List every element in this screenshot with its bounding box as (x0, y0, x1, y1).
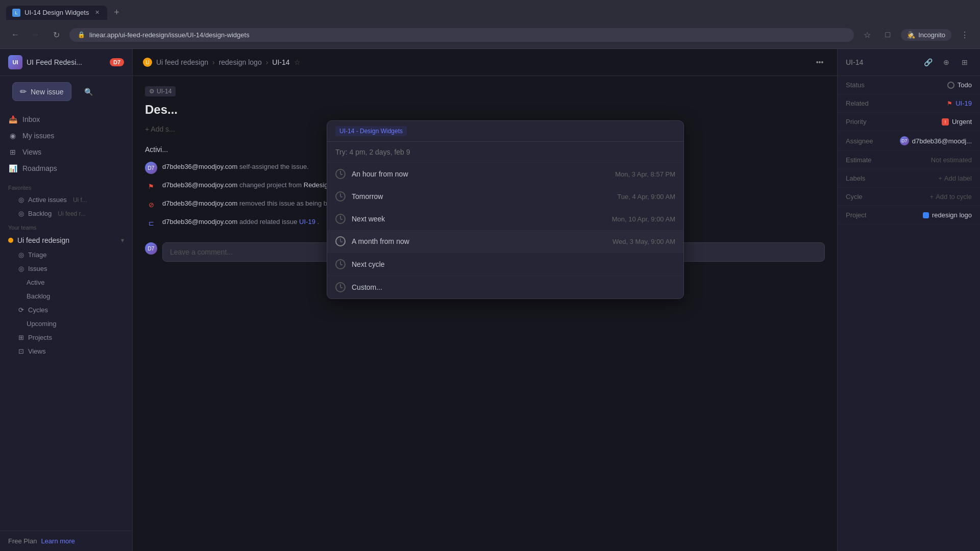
dropdown-search-input[interactable] (335, 148, 675, 156)
main-content: U Ui feed redesign › redesign logo › UI-… (133, 49, 837, 551)
favorite-backlog[interactable]: ◎ Backlog Ui feed r... (0, 207, 132, 220)
sidebar-item-my-issues[interactable]: ◉ My issues (0, 128, 132, 144)
clock-icon-4 (335, 259, 346, 269)
sidebar-item-projects[interactable]: ⊞ Projects (0, 331, 132, 344)
date-picker-dropdown: UI-14 - Design Widgets An hour from now … (327, 120, 684, 299)
bookmark-button[interactable]: ☆ (860, 28, 874, 42)
more-options-button[interactable]: ••• (813, 55, 827, 69)
sidebar-item-triage[interactable]: ◎ Triage (0, 248, 132, 262)
active-issues-icon: ◎ (18, 196, 24, 204)
backlog-icon: ◎ (18, 210, 24, 217)
tab-close-button[interactable]: ✕ (93, 9, 101, 17)
assignee-avatar: D7 (900, 136, 909, 145)
clock-icon-0 (335, 169, 346, 179)
team-name: Ui feed redesign (17, 236, 69, 244)
panel-status-row[interactable]: Status Todo (838, 76, 980, 94)
learn-more-link[interactable]: Learn more (41, 537, 75, 545)
incognito-icon: 🕵 (907, 31, 915, 39)
projects-icon: ⊞ (18, 334, 24, 341)
breadcrumb-star-icon[interactable]: ☆ (294, 58, 301, 66)
notification-badge: D7 (110, 58, 124, 66)
priority-urgent-icon: ! (942, 118, 949, 126)
breadcrumb-project[interactable]: redesign logo (219, 58, 262, 66)
new-tab-button[interactable]: + (109, 6, 124, 20)
panel-cycle-row[interactable]: Cycle + Add to cycle (838, 188, 980, 206)
right-panel: UI-14 🔗 ⊕ ⊞ Status Todo Related ⚑ UI-19 … (837, 49, 980, 551)
new-issue-icon: ✏ (20, 87, 27, 96)
dropdown-item-date-1: Tue, 4 Apr, 9:00 AM (617, 193, 675, 201)
forward-button[interactable]: → (29, 28, 43, 42)
add-label-button[interactable]: + Add label (938, 174, 972, 182)
dropdown-header: UI-14 - Design Widgets (327, 121, 683, 142)
active-issues-sub: Ui f... (73, 196, 87, 204)
nav-bar: ← → ↻ 🔒 linear.app/ui-feed-redesign/issu… (0, 21, 980, 48)
panel-assignee-row[interactable]: Assignee D7 d7bdeb36@moodj... (838, 131, 980, 151)
sidebar-item-cycles[interactable]: ⟳ Cycles (0, 303, 132, 317)
search-button[interactable]: 🔍 (82, 85, 96, 99)
issues-icon: ◎ (18, 265, 24, 272)
dropdown-item-3[interactable]: A month from now Wed, 3 May, 9:00 AM (327, 230, 683, 253)
inbox-icon: 📥 (8, 115, 17, 124)
tab-favicon: L (12, 9, 20, 17)
sidebar-item-backlog[interactable]: Backlog (0, 289, 132, 303)
workspace-avatar: UI (8, 55, 22, 69)
panel-project-row[interactable]: Project redesign logo (838, 206, 980, 224)
clock-icon-1 (335, 191, 346, 202)
panel-labels-row[interactable]: Labels + Add label (838, 169, 980, 188)
status-label: Status (846, 81, 865, 89)
refresh-button[interactable]: ↻ (49, 28, 63, 42)
extensions-button[interactable]: □ (880, 28, 895, 42)
dropdown-item-0[interactable]: An hour from now Mon, 3 Apr, 8:57 PM (327, 163, 683, 185)
dropdown-item-left-2: Next week (335, 214, 385, 224)
favorite-active-issues[interactable]: ◎ Active issues Ui f... (0, 193, 132, 207)
my-issues-label: My issues (22, 132, 54, 140)
sidebar-item-upcoming[interactable]: Upcoming (0, 317, 132, 331)
add-label-text: Add label (944, 174, 972, 182)
team-ui-feed[interactable]: Ui feed redesign ▾ (0, 233, 132, 248)
sidebar-item-views2[interactable]: ⊡ Views (0, 344, 132, 358)
roadmaps-icon: 📊 (8, 164, 17, 173)
add-cycle-button[interactable]: + Add to cycle (930, 193, 972, 201)
dropdown-item-label-1: Tomorrow (352, 192, 383, 201)
panel-link-button[interactable]: 🔗 (921, 55, 935, 69)
active-issues-label: Active issues (28, 196, 67, 204)
team-arrow: ▾ (121, 237, 124, 244)
lock-icon: 🔒 (78, 31, 85, 38)
dropdown-item-left-5: Custom... (335, 282, 382, 292)
clock-icon-3 (335, 236, 346, 246)
new-issue-button[interactable]: ✏ New issue (12, 82, 71, 101)
dropdown-item-4[interactable]: Next cycle (327, 253, 683, 276)
sidebar-item-active[interactable]: Active (0, 276, 132, 289)
issue-id-text: UI-14 (157, 88, 172, 95)
priority-value: ! Urgent (942, 118, 972, 126)
upcoming-label: Upcoming (27, 320, 57, 328)
menu-button[interactable]: ⋮ (958, 28, 972, 42)
sidebar-item-views[interactable]: ⊞ Views (0, 144, 132, 160)
cycles-label: Cycles (28, 306, 48, 314)
back-button[interactable]: ← (8, 28, 22, 42)
dropdown-item-left-3: A month from now (335, 236, 409, 246)
dropdown-item-5[interactable]: Custom... (327, 276, 683, 298)
issue-id-row: ⚙ UI-14 (145, 86, 825, 96)
dropdown-item-label-3: A month from now (352, 237, 409, 245)
active-tab[interactable]: L UI-14 Design Widgets ✕ (6, 6, 107, 20)
workspace-name[interactable]: UI UI Feed Redesi... (8, 55, 82, 69)
sidebar-item-inbox[interactable]: 📥 Inbox (0, 111, 132, 128)
sidebar-footer: Free Plan Learn more (0, 531, 132, 551)
sidebar-item-roadmaps[interactable]: 📊 Roadmaps (0, 160, 132, 177)
sidebar-item-issues[interactable]: ◎ Issues (0, 262, 132, 276)
views-label: Views (22, 148, 41, 156)
panel-priority-row[interactable]: Priority ! Urgent (838, 113, 980, 131)
views-icon: ⊞ (8, 147, 17, 157)
dropdown-item-2[interactable]: Next week Mon, 10 Apr, 9:00 AM (327, 208, 683, 230)
panel-copy-button[interactable]: ⊕ (939, 55, 953, 69)
panel-more-button[interactable]: ⊞ (958, 55, 972, 69)
breadcrumb-team[interactable]: Ui feed redesign (156, 58, 208, 66)
sidebar-nav: 📥 Inbox ◉ My issues ⊞ Views 📊 Roadmaps (0, 107, 132, 181)
address-bar[interactable]: 🔒 linear.app/ui-feed-redesign/issue/UI-1… (69, 28, 854, 42)
dropdown-item-1[interactable]: Tomorrow Tue, 4 Apr, 9:00 AM (327, 185, 683, 208)
panel-estimate-row[interactable]: Estimate Not estimated (838, 151, 980, 169)
status-text: Todo (958, 81, 972, 89)
views2-label: Views (28, 347, 45, 355)
panel-related-row[interactable]: Related ⚑ UI-19 (838, 94, 980, 113)
